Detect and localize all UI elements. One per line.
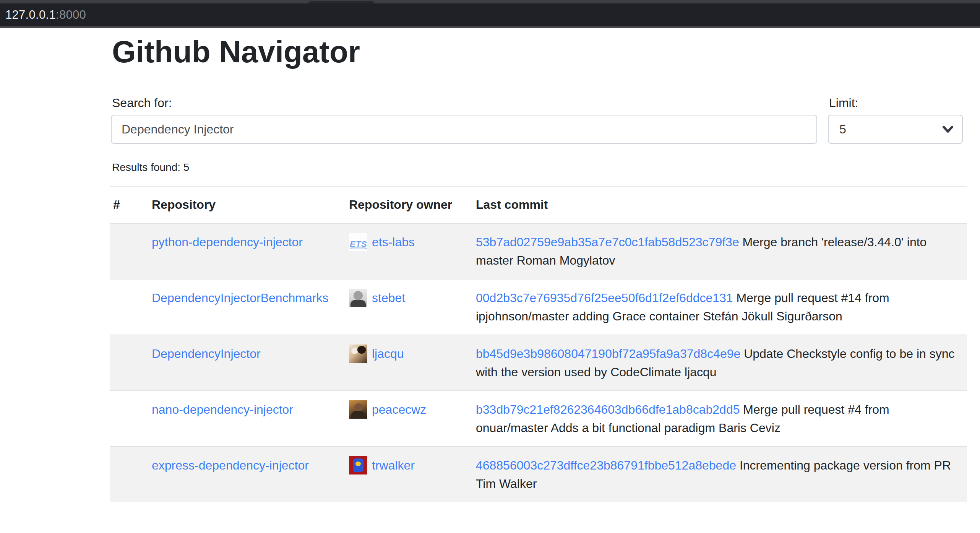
search-field-group: Search for: [111,94,818,144]
repository-link[interactable]: express-dependency-injector [152,458,309,472]
commit-hash-link[interactable]: 468856003c273dffce23b86791fbbe512a8ebede [476,458,736,472]
owner-link[interactable]: ljacqu [372,344,404,363]
page-title: Github Navigator [112,34,967,70]
last-commit-cell: bb45d9e3b98608047190bf72a95fa9a37d8c4e9e… [467,335,967,391]
row-index-cell [110,447,143,502]
url-host: 127.0.0.1 [5,8,56,22]
limit-label: Limit: [829,94,963,111]
search-input[interactable] [111,115,817,144]
limit-field-group: Limit: 5 [828,94,963,144]
window-top-strip [0,0,980,3]
results-table: # Repository Repository owner Last commi… [110,186,967,502]
column-header-repository: Repository [143,186,340,223]
results-count: Results found: 5 [112,160,967,175]
page-content: Github Navigator Search for: Limit: 5 Re… [0,28,980,502]
table-body: python-dependency-injectorETSets-labs53b… [110,223,967,502]
commit-hash-link[interactable]: 53b7ad02759e9ab35a7e7c0c1fab58d523c79f3e [476,235,739,249]
owner-link[interactable]: peacecwz [372,400,426,419]
browser-tab-silhouette[interactable] [308,1,374,3]
repository-link[interactable]: python-dependency-injector [152,235,303,249]
table-row: python-dependency-injectorETSets-labs53b… [110,223,967,279]
owner-cell: trwalker [340,447,467,502]
row-index-cell [110,335,143,391]
repository-link[interactable]: DependencyInjectorBenchmarks [152,291,328,305]
owner-avatar[interactable] [349,344,367,363]
repository-cell: DependencyInjectorBenchmarks [143,279,340,335]
limit-select[interactable]: 5 [828,115,963,144]
owner-cell: stebet [340,279,467,335]
owner-link[interactable]: ets-labs [372,233,415,251]
column-header-owner: Repository owner [340,186,467,223]
commit-hash-link[interactable]: bb45d9e3b98608047190bf72a95fa9a37d8c4e9e [476,347,740,361]
column-header-index: # [110,186,143,223]
limit-select-value: 5 [839,122,846,136]
owner-cell: ETSets-labs [340,223,467,279]
table-header: # Repository Repository owner Last commi… [110,186,967,223]
chevron-down-icon [942,125,954,134]
owner-avatar[interactable] [349,289,367,307]
repository-cell: DependencyInjector [143,335,340,391]
browser-chrome: 127.0.0.1:8000 [0,0,980,28]
avatar-logo-text: ETS [350,235,367,251]
url-port: :8000 [56,8,86,22]
column-header-last-commit: Last commit [467,186,967,223]
search-label: Search for: [112,94,818,111]
commit-hash-link[interactable]: b33db79c21ef8262364603db66dfe1ab8cab2dd5 [476,403,740,416]
repository-link[interactable]: DependencyInjector [152,347,261,361]
row-index-cell [110,391,143,447]
repository-link[interactable]: nano-dependency-injector [152,403,293,416]
last-commit-cell: b33db79c21ef8262364603db66dfe1ab8cab2dd5… [467,391,967,447]
last-commit-cell: 00d2b3c7e76935d76f25ee50f6d1f2ef6ddce131… [467,279,967,335]
row-index-cell [110,223,143,279]
repository-cell: python-dependency-injector [143,223,340,279]
search-controls: Search for: Limit: 5 [111,94,967,144]
table-row: DependencyInjectorBenchmarksstebet00d2b3… [110,279,967,335]
address-bar[interactable]: 127.0.0.1:8000 [0,3,980,26]
owner-avatar[interactable]: ETS [349,233,367,251]
last-commit-cell: 468856003c273dffce23b86791fbbe512a8ebede… [467,447,967,502]
screen: 127.0.0.1:8000 Github Navigator Search f… [0,0,980,533]
last-commit-cell: 53b7ad02759e9ab35a7e7c0c1fab58d523c79f3e… [467,223,967,279]
table-row: DependencyInjectorljacqubb45d9e3b9860804… [110,335,967,391]
owner-link[interactable]: stebet [372,289,405,307]
owner-link[interactable]: trwalker [372,456,415,474]
owner-cell: peacecwz [340,391,467,447]
owner-cell: ljacqu [340,335,467,391]
row-index-cell [110,279,143,335]
owner-avatar[interactable] [349,400,367,419]
table-header-row: # Repository Repository owner Last commi… [110,186,967,223]
repository-cell: nano-dependency-injector [143,391,340,447]
commit-hash-link[interactable]: 00d2b3c7e76935d76f25ee50f6d1f2ef6ddce131 [476,291,733,305]
table-row: nano-dependency-injectorpeacecwzb33db79c… [110,391,967,447]
repository-cell: express-dependency-injector [143,447,340,502]
table-row: express-dependency-injectortrwalker46885… [110,447,967,502]
owner-avatar[interactable] [349,456,367,474]
